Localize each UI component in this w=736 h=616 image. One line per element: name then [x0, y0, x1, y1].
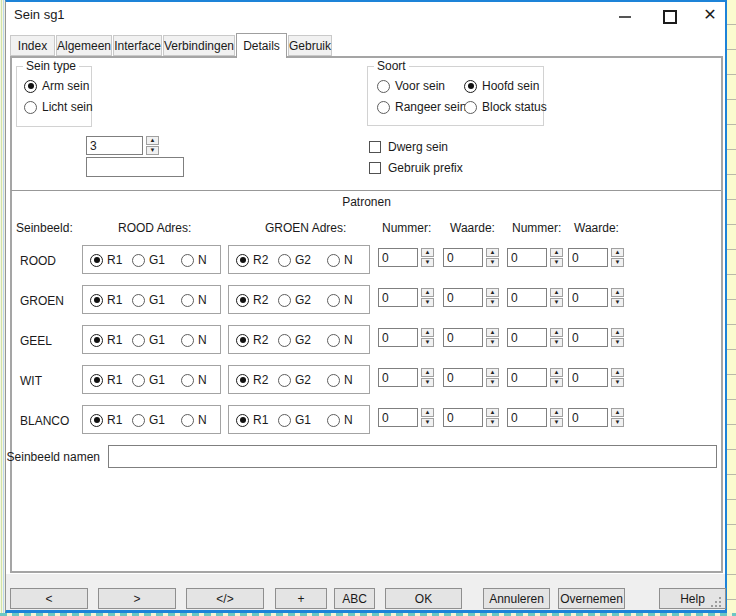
nummer-spinner[interactable]: ▲▼	[421, 288, 434, 307]
radio-option[interactable]: G1	[278, 413, 311, 427]
spin-up-icon[interactable]: ▲	[611, 408, 624, 417]
nummer-input[interactable]	[507, 248, 547, 267]
soort-radio-option[interactable]: Rangeer sein	[377, 100, 466, 114]
tab[interactable]: Algemeen	[56, 35, 112, 56]
sein-type-radio-option[interactable]: Arm sein	[24, 79, 89, 93]
seinbeeld-namen-input[interactable]	[108, 445, 717, 468]
soort-radio-option[interactable]: Block status	[464, 100, 547, 114]
radio-option[interactable]: N	[181, 333, 207, 347]
spin-up-icon[interactable]: ▲	[611, 368, 624, 377]
footer-button[interactable]: >	[98, 588, 176, 609]
spin-up-icon[interactable]: ▲	[421, 288, 434, 297]
nummer-input[interactable]	[378, 368, 418, 387]
radio-option[interactable]: N	[181, 253, 207, 267]
spin-up-icon[interactable]: ▲	[486, 408, 499, 417]
waarde-spinner[interactable]: ▲▼	[486, 248, 499, 267]
nummer-input[interactable]	[507, 328, 547, 347]
waarde-input[interactable]	[443, 248, 483, 267]
spin-down-icon[interactable]: ▼	[611, 338, 624, 347]
waarde-spinner[interactable]: ▲▼	[486, 288, 499, 307]
radio-option[interactable]: N	[181, 373, 207, 387]
radio-icon[interactable]	[327, 414, 340, 427]
spin-up-icon[interactable]: ▲	[486, 288, 499, 297]
spin-up-icon[interactable]: ▲	[550, 248, 563, 257]
close-button[interactable]: ✕	[699, 5, 721, 25]
spin-down-icon[interactable]: ▼	[421, 378, 434, 387]
waarde-input[interactable]	[568, 248, 608, 267]
prefix-input[interactable]	[86, 157, 184, 177]
tab[interactable]: Gebruik	[288, 35, 332, 56]
spin-up-icon[interactable]: ▲	[421, 368, 434, 377]
radio-icon[interactable]	[327, 374, 340, 387]
radio-option[interactable]: N	[181, 293, 207, 307]
radio-option[interactable]: G1	[132, 293, 165, 307]
radio-icon[interactable]	[278, 294, 291, 307]
checkbox-icon[interactable]	[369, 141, 381, 153]
spin-down-icon[interactable]: ▼	[486, 378, 499, 387]
radio-option[interactable]: R1	[90, 373, 122, 387]
radio-icon[interactable]	[181, 374, 194, 387]
spin-up-icon[interactable]: ▲	[550, 328, 563, 337]
radio-icon[interactable]	[24, 80, 37, 93]
soort-radio-option[interactable]: Voor sein	[377, 79, 445, 93]
nummer-input[interactable]	[378, 328, 418, 347]
radio-icon[interactable]	[327, 334, 340, 347]
radio-option[interactable]: G1	[132, 413, 165, 427]
nummer-input[interactable]	[378, 288, 418, 307]
radio-icon[interactable]	[464, 101, 477, 114]
radio-option[interactable]: N	[181, 413, 207, 427]
footer-button[interactable]: Overnemen	[558, 588, 625, 609]
soort-radio-option[interactable]: Hoofd sein	[464, 79, 539, 93]
footer-button[interactable]: Help	[659, 588, 726, 609]
radio-icon[interactable]	[132, 414, 145, 427]
spin-down-icon[interactable]: ▼	[550, 418, 563, 427]
radio-icon[interactable]	[24, 101, 37, 114]
waarde-input[interactable]	[568, 288, 608, 307]
footer-button[interactable]: </>	[186, 588, 264, 609]
footer-button[interactable]: Annuleren	[483, 588, 550, 609]
radio-icon[interactable]	[236, 254, 249, 267]
spin-down-icon[interactable]: ▼	[611, 258, 624, 267]
nummer-spinner[interactable]: ▲▼	[421, 368, 434, 387]
waarde-input[interactable]	[568, 368, 608, 387]
waarde-input[interactable]	[443, 328, 483, 347]
radio-icon[interactable]	[278, 374, 291, 387]
radio-option[interactable]: R2	[236, 293, 268, 307]
radio-option[interactable]: G2	[278, 293, 311, 307]
radio-icon[interactable]	[236, 374, 249, 387]
waarde-spinner[interactable]: ▲▼	[611, 288, 624, 307]
spin-down-icon[interactable]: ▼	[486, 338, 499, 347]
radio-option[interactable]: G1	[132, 253, 165, 267]
spin-down-icon[interactable]: ▼	[611, 298, 624, 307]
radio-icon[interactable]	[464, 80, 477, 93]
spin-up-icon[interactable]: ▲	[550, 408, 563, 417]
radio-icon[interactable]	[278, 334, 291, 347]
radio-option[interactable]: R1	[90, 253, 122, 267]
spin-down-icon[interactable]: ▼	[421, 418, 434, 427]
radio-icon[interactable]	[327, 254, 340, 267]
sein-type-radio-option[interactable]: Licht sein	[24, 100, 93, 114]
seinbeelden-spinner[interactable]: ▲ ▼	[146, 136, 159, 155]
radio-icon[interactable]	[132, 374, 145, 387]
spin-down-icon[interactable]: ▼	[550, 258, 563, 267]
spin-down-icon[interactable]: ▼	[486, 258, 499, 267]
spin-up-icon[interactable]: ▲	[486, 368, 499, 377]
spin-down-icon[interactable]: ▼	[550, 338, 563, 347]
radio-icon[interactable]	[181, 414, 194, 427]
nummer-spinner[interactable]: ▲▼	[550, 408, 563, 427]
spin-up-icon[interactable]: ▲	[421, 248, 434, 257]
nummer-spinner[interactable]: ▲▼	[421, 408, 434, 427]
minimize-button[interactable]	[616, 8, 636, 24]
radio-icon[interactable]	[90, 334, 103, 347]
radio-icon[interactable]	[236, 334, 249, 347]
radio-icon[interactable]	[181, 294, 194, 307]
waarde-spinner[interactable]: ▲▼	[611, 248, 624, 267]
spin-up-icon[interactable]: ▲	[421, 408, 434, 417]
radio-icon[interactable]	[181, 334, 194, 347]
nummer-input[interactable]	[378, 248, 418, 267]
footer-button[interactable]: +	[275, 588, 327, 609]
radio-option[interactable]: R1	[90, 333, 122, 347]
radio-icon[interactable]	[377, 101, 390, 114]
radio-option[interactable]: G2	[278, 373, 311, 387]
radio-option[interactable]: R2	[236, 253, 268, 267]
